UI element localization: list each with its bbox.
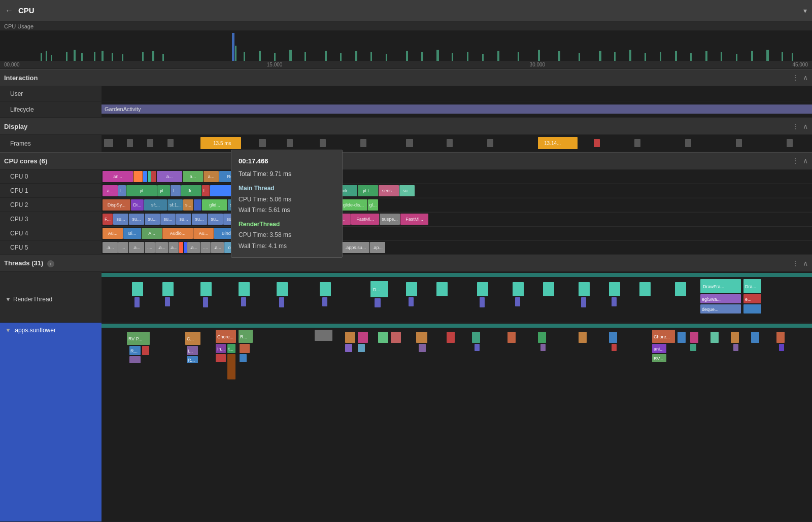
cpu-1-block-3[interactable]: jit...	[157, 185, 170, 196]
cpu-0-block-7[interactable]: a...	[204, 171, 219, 182]
cpu-0-block-2[interactable]	[143, 171, 147, 182]
cpu-4-block-2[interactable]: A...	[142, 228, 162, 239]
svg-rect-75	[165, 297, 170, 306]
svg-rect-92	[513, 282, 524, 296]
cpu-2-block-5[interactable]	[194, 199, 201, 211]
cpu-4-row: CPU 4Au...Bi...A...Audio...Au...Bind...n…	[0, 226, 812, 240]
svg-text:C...: C...	[187, 336, 194, 341]
svg-rect-76	[200, 282, 212, 296]
svg-rect-93	[515, 297, 520, 306]
cpu-5-block-8[interactable]: .a...	[187, 242, 200, 253]
svg-text:R...: R...	[240, 334, 247, 339]
cpu-5-block-3[interactable]: ....	[145, 242, 155, 253]
cpu-5-block-9[interactable]: ....	[200, 242, 211, 253]
more-icon-display[interactable]: ⋮	[792, 122, 799, 130]
svg-rect-135	[240, 344, 250, 353]
cpu-4-block-1[interactable]: Bi...	[123, 228, 141, 239]
svg-rect-144	[416, 332, 427, 343]
cpu-3-block-4[interactable]: su...	[160, 214, 176, 225]
cpu-0-block-1[interactable]	[133, 171, 143, 182]
cpu-rows-container: CPU 0an...a...a...a...Rend...Re...R...Hw…	[0, 169, 812, 255]
ruler-mark-2: 30.000	[530, 62, 546, 67]
svg-rect-39	[645, 53, 646, 61]
more-icon[interactable]: ⋮	[792, 74, 799, 82]
cpu-3-block-5[interactable]: su...	[176, 214, 191, 225]
cpu-5-block-18[interactable]: .ap...	[370, 242, 385, 253]
cpu-1-block-2[interactable]: jit	[126, 185, 157, 196]
render-thread-triangle[interactable]: ▼	[5, 296, 11, 303]
cpu-3-block-17[interactable]: FastMi...	[400, 214, 428, 225]
cpu-5-block-0[interactable]: .a...	[103, 242, 118, 253]
svg-rect-61	[447, 139, 453, 147]
cpu-5-block-2[interactable]: .a...	[129, 242, 144, 253]
cpu-3-block-0[interactable]: F...	[103, 214, 113, 225]
cpu-3-block-7[interactable]: su...	[208, 214, 223, 225]
cpu-5-block-1[interactable]: ...	[118, 242, 128, 253]
sunflower-triangle[interactable]: ▼	[5, 327, 11, 334]
tooltip: 00:17.466 Total Time: 9.71 ms Main Threa…	[231, 150, 343, 258]
more-icon-cores[interactable]: ⋮	[792, 157, 799, 165]
cpu-1-block-5[interactable]: Ji...	[181, 185, 201, 196]
cpu-3-block-6[interactable]: su...	[192, 214, 207, 225]
cpu-0-block-6[interactable]: a...	[183, 171, 203, 182]
cpu-cores-section: CPU cores (6) ⋮ ∧ CPU 0an...a...a...a...…	[0, 152, 812, 255]
cpu-1-block-6[interactable]: l...	[202, 185, 210, 196]
cpu-2-row: CPU 2DispSy...Di...sf:...sf:1...s...glid…	[0, 198, 812, 212]
cpu-1-block-0[interactable]: a...	[103, 185, 118, 196]
svg-rect-31	[497, 51, 499, 61]
cpu-2-block-3[interactable]: sf:1...	[167, 199, 183, 211]
svg-rect-47	[766, 50, 769, 61]
svg-rect-72	[132, 282, 143, 296]
cpu-4-block-0[interactable]: Au...	[103, 228, 123, 239]
cpu-2-block-15[interactable]: glide-dis...	[340, 199, 367, 211]
cpu-1-block-4[interactable]: l...	[171, 185, 181, 196]
cpu-5-block-5[interactable]: .a...	[168, 242, 179, 253]
cpu-0-block-0[interactable]: an...	[103, 171, 133, 182]
more-icon-threads[interactable]: ⋮	[792, 259, 799, 267]
collapse-icon[interactable]: ∧	[803, 74, 808, 82]
cpu-1-block-15[interactable]: su...	[399, 185, 415, 196]
cpu-2-block-1[interactable]: Di...	[131, 199, 144, 211]
cpu-2-block-6[interactable]: glid...	[202, 199, 227, 211]
cpu-2-block-4[interactable]: s...	[183, 199, 193, 211]
svg-rect-151	[540, 344, 546, 351]
ruler-mark-1: 15.000	[267, 62, 283, 67]
cpu-0-block-3[interactable]	[148, 171, 151, 182]
cpu-3-block-16[interactable]: suspe...	[380, 214, 400, 225]
cpu-5-content: .a.......a........a....a....a........a..…	[101, 241, 812, 254]
tooltip-wall-label-render: Wall Time:	[239, 242, 267, 250]
cpu-0-block-5[interactable]: a...	[157, 171, 182, 182]
cpu-3-block-1[interactable]: su...	[113, 214, 128, 225]
info-icon: i	[47, 260, 54, 267]
cpu-4-block-4[interactable]: Au...	[193, 228, 214, 239]
dropdown-icon[interactable]: ▾	[803, 7, 807, 15]
collapse-icon-cores[interactable]: ∧	[803, 157, 808, 165]
collapse-icon-threads[interactable]: ∧	[803, 259, 808, 267]
cpu-2-block-2[interactable]: sf:...	[144, 199, 167, 211]
svg-rect-78	[239, 282, 250, 296]
back-button[interactable]: ←	[5, 6, 13, 15]
tooltip-total-label: Total Time:	[239, 170, 268, 178]
cpu-usage-chart[interactable]	[0, 30, 812, 61]
cpu-1-block-14[interactable]: sens...	[379, 185, 399, 196]
cpu-3-block-3[interactable]: su...	[145, 214, 160, 225]
svg-rect-35	[579, 53, 580, 61]
cpu-3-block-2[interactable]: su...	[129, 214, 144, 225]
cpu-5-block-4[interactable]: .a...	[155, 242, 168, 253]
cpu-4-block-3[interactable]: Audio...	[162, 228, 193, 239]
cpu-3-block-15[interactable]: FastMi...	[351, 214, 379, 225]
cpu-2-block-16[interactable]: gl...	[368, 199, 378, 211]
cpu-5-block-10[interactable]: .a...	[211, 242, 224, 253]
display-icons: ⋮ ∧	[792, 122, 808, 130]
cpu-2-block-0[interactable]: DispSy...	[103, 199, 130, 211]
cpu-5-block-17[interactable]: .apps.su...	[342, 242, 369, 253]
svg-text:R...: R...	[188, 358, 195, 363]
cpu-1-block-1[interactable]: l...	[118, 185, 126, 196]
tooltip-wall-val-render: 4.1 ms	[268, 242, 287, 250]
cpu-0-block-4[interactable]	[151, 171, 156, 182]
cpu-1-block-13[interactable]: jit t...	[358, 185, 378, 196]
svg-rect-27	[436, 50, 439, 61]
cpu-5-block-6[interactable]	[179, 242, 183, 253]
cpu-5-block-7[interactable]	[184, 242, 187, 253]
collapse-icon-display[interactable]: ∧	[803, 122, 808, 130]
